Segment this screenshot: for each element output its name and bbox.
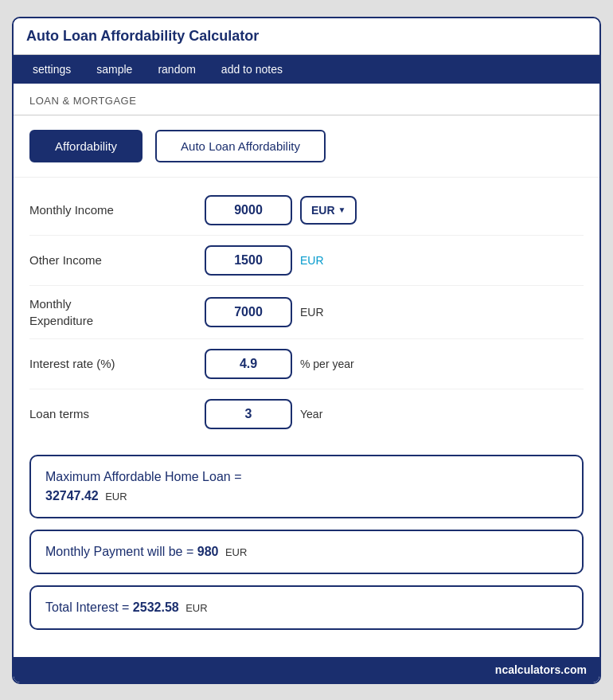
results-section: Maximum Affordable Home Loan = 32747.42 … [14,455,599,657]
other-income-input[interactable] [205,245,292,276]
max-home-loan-result: Maximum Affordable Home Loan = 32747.42 … [29,455,584,518]
currency-dropdown[interactable]: EUR ▼ [300,196,357,225]
total-interest-result: Total Interest = 2532.58 EUR [29,585,584,630]
calculator-wrapper: Auto Loan Affordability Calculator setti… [0,0,613,700]
nav-random[interactable]: random [145,55,208,84]
nav-sample[interactable]: sample [84,55,145,84]
monthly-income-label: Monthly Income [29,201,205,218]
max-home-loan-label: Maximum Affordable Home Loan = [45,470,242,483]
total-interest-value: 2532.58 [133,600,179,614]
calculator: Auto Loan Affordability Calculator setti… [12,17,601,684]
nav-settings[interactable]: settings [20,55,84,84]
monthly-expenditure-input[interactable] [205,297,292,327]
loan-terms-input[interactable] [205,399,292,429]
nav-bar: settings sample random add to notes [14,55,599,84]
monthly-expenditure-label: MonthlyExpenditure [29,295,205,329]
total-interest-label: Total Interest = [45,600,129,614]
other-income-row: Other Income EUR [29,236,584,286]
type-selector: Affordability Auto Loan Affordability [14,115,599,178]
loan-terms-unit: Year [300,408,322,420]
monthly-income-input[interactable] [205,195,292,225]
footer-bar: ncalculators.com [14,657,599,682]
interest-rate-label: Interest rate (%) [29,355,205,372]
footer-brand: ncalculators.com [495,663,587,676]
monthly-expenditure-row: MonthlyExpenditure EUR [29,286,584,339]
other-income-label: Other Income [29,252,205,268]
title-bar: Auto Loan Affordability Calculator [14,18,599,55]
monthly-payment-label: Monthly Payment will be = [45,545,193,558]
interest-rate-row: Interest rate (%) % per year [29,339,584,389]
nav-add-to-notes[interactable]: add to notes [209,55,295,84]
loan-terms-label: Loan terms [29,405,205,422]
max-home-loan-unit: EUR [105,491,127,503]
section-label: LOAN & MORTGAGE [14,84,599,115]
interest-rate-input[interactable] [205,349,292,379]
auto-loan-affordability-button[interactable]: Auto Loan Affordability [155,130,326,162]
affordability-button[interactable]: Affordability [29,130,143,162]
monthly-expenditure-unit: EUR [300,306,324,319]
monthly-income-row: Monthly Income EUR ▼ [29,186,584,236]
dropdown-arrow-icon: ▼ [338,205,346,214]
other-income-unit: EUR [300,254,324,267]
fields-section: Monthly Income EUR ▼ Other Income EUR Mo… [14,178,599,455]
total-interest-unit: EUR [185,602,207,614]
loan-terms-row: Loan terms Year [29,389,584,439]
currency-label: EUR [311,204,335,217]
interest-rate-unit: % per year [300,358,354,370]
monthly-payment-unit: EUR [225,546,247,558]
calculator-title: Auto Loan Affordability Calculator [26,28,259,44]
monthly-payment-result: Monthly Payment will be = 980 EUR [29,530,584,574]
monthly-payment-value: 980 [197,545,219,558]
max-home-loan-value: 32747.42 [45,489,99,503]
